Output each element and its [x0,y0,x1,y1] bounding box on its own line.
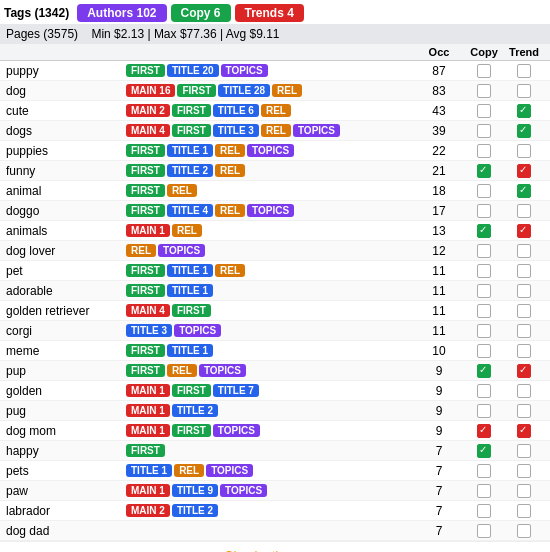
tag-badge[interactable]: TOPICS [293,124,340,137]
tag-badge[interactable]: TITLE 1 [167,344,213,357]
trend-checkbox[interactable] [517,464,531,478]
trend-checkbox[interactable] [517,404,531,418]
trend-cell[interactable] [504,384,544,398]
copy-cell[interactable] [464,164,504,178]
tag-badge[interactable]: TITLE 3 [213,124,259,137]
copy-cell[interactable] [464,204,504,218]
tab-trends-button[interactable]: Trends 4 [235,4,304,22]
trend-cell[interactable] [504,104,544,118]
tag-badge[interactable]: TITLE 28 [218,84,270,97]
copy-checkbox[interactable] [477,484,491,498]
tag-badge[interactable]: FIRST [172,304,211,317]
trend-cell[interactable] [504,64,544,78]
tag-badge[interactable]: TOPICS [247,204,294,217]
copy-checkbox[interactable] [477,64,491,78]
trend-checkbox[interactable] [517,364,531,378]
trend-cell[interactable] [504,164,544,178]
tag-badge[interactable]: FIRST [126,284,165,297]
copy-cell[interactable] [464,444,504,458]
tag-badge[interactable]: FIRST [177,84,216,97]
copy-cell[interactable] [464,364,504,378]
copy-cell[interactable] [464,144,504,158]
trend-cell[interactable] [504,464,544,478]
tag-badge[interactable]: TITLE 9 [172,484,218,497]
copy-cell[interactable] [464,244,504,258]
trend-checkbox[interactable] [517,244,531,258]
trend-checkbox[interactable] [517,304,531,318]
tag-badge[interactable]: MAIN 4 [126,304,170,317]
trend-cell[interactable] [504,344,544,358]
tag-badge[interactable]: TITLE 7 [213,384,259,397]
copy-cell[interactable] [464,124,504,138]
tag-badge[interactable]: FIRST [172,104,211,117]
tag-badge[interactable]: TITLE 1 [167,284,213,297]
copy-checkbox[interactable] [477,204,491,218]
copy-checkbox[interactable] [477,364,491,378]
copy-cell[interactable] [464,424,504,438]
copy-cell[interactable] [464,104,504,118]
tag-badge[interactable]: TOPICS [174,324,221,337]
tag-badge[interactable]: TITLE 1 [167,264,213,277]
trend-cell[interactable] [504,204,544,218]
trend-cell[interactable] [504,364,544,378]
tag-badge[interactable]: TITLE 2 [172,504,218,517]
copy-checkbox[interactable] [477,224,491,238]
trend-checkbox[interactable] [517,84,531,98]
tag-badge[interactable]: TITLE 6 [213,104,259,117]
copy-checkbox[interactable] [477,84,491,98]
trend-checkbox[interactable] [517,264,531,278]
tag-badge[interactable]: TOPICS [199,364,246,377]
tag-badge[interactable]: FIRST [172,424,211,437]
trend-cell[interactable] [504,184,544,198]
tag-badge[interactable]: TITLE 4 [167,204,213,217]
tag-badge[interactable]: MAIN 2 [126,104,170,117]
copy-checkbox[interactable] [477,324,491,338]
tag-badge[interactable]: MAIN 4 [126,124,170,137]
trend-checkbox[interactable] [517,424,531,438]
copy-cell[interactable] [464,304,504,318]
tag-badge[interactable]: REL [167,364,197,377]
trend-checkbox[interactable] [517,484,531,498]
copy-checkbox[interactable] [477,464,491,478]
tag-badge[interactable]: REL [215,164,245,177]
copy-checkbox[interactable] [477,184,491,198]
trend-cell[interactable] [504,484,544,498]
trend-checkbox[interactable] [517,104,531,118]
tag-badge[interactable]: TOPICS [206,464,253,477]
tag-badge[interactable]: MAIN 1 [126,384,170,397]
tag-badge[interactable]: REL [261,124,291,137]
trend-checkbox[interactable] [517,204,531,218]
tag-badge[interactable]: MAIN 1 [126,424,170,437]
check-other-apps-link[interactable]: Check other apps [224,548,326,552]
tag-badge[interactable]: REL [215,204,245,217]
tab-copy-button[interactable]: Copy 6 [171,4,231,22]
tag-badge[interactable]: TITLE 3 [126,324,172,337]
trend-checkbox[interactable] [517,184,531,198]
tag-badge[interactable]: TITLE 2 [172,404,218,417]
copy-checkbox[interactable] [477,304,491,318]
trend-checkbox[interactable] [517,224,531,238]
trend-cell[interactable] [504,424,544,438]
trend-checkbox[interactable] [517,144,531,158]
trend-checkbox[interactable] [517,284,531,298]
copy-cell[interactable] [464,344,504,358]
tag-badge[interactable]: TOPICS [213,424,260,437]
tag-badge[interactable]: MAIN 2 [126,504,170,517]
trend-cell[interactable] [504,84,544,98]
copy-checkbox[interactable] [477,284,491,298]
copy-cell[interactable] [464,264,504,278]
tag-badge[interactable]: FIRST [126,344,165,357]
tag-badge[interactable]: FIRST [126,144,165,157]
trend-cell[interactable] [504,324,544,338]
tag-badge[interactable]: FIRST [126,64,165,77]
trend-cell[interactable] [504,504,544,518]
tag-badge[interactable]: FIRST [126,184,165,197]
copy-checkbox[interactable] [477,164,491,178]
tag-badge[interactable]: FIRST [126,164,165,177]
tag-badge[interactable]: REL [215,264,245,277]
tag-badge[interactable]: MAIN 16 [126,84,175,97]
tag-badge[interactable]: FIRST [126,204,165,217]
tag-badge[interactable]: REL [126,244,156,257]
copy-cell[interactable] [464,284,504,298]
tag-badge[interactable]: REL [172,224,202,237]
